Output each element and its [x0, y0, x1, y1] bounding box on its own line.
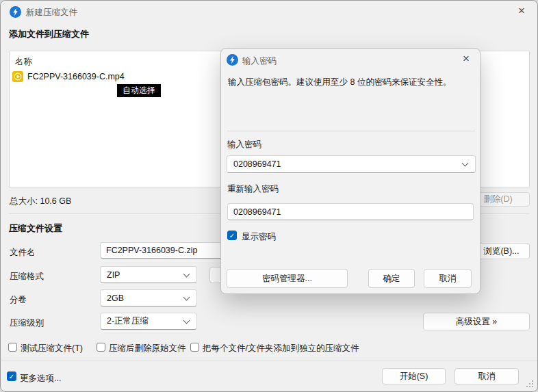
cancel-button[interactable]: 取消 [454, 368, 519, 384]
resize-grip[interactable] [526, 380, 534, 389]
password-dialog: 输入密码 × 输入压缩包密码。建议使用至少 8 位的密码来保证安全性。 输入密码… [220, 48, 481, 294]
advanced-settings-button[interactable]: 高级设置 » [423, 313, 530, 330]
close-icon[interactable]: × [454, 50, 478, 68]
chevron-down-icon [183, 270, 190, 277]
more-options-checkbox[interactable]: ✓ [7, 371, 16, 381]
chevron-down-icon [183, 293, 190, 300]
format-value: ZIP [107, 267, 120, 283]
password-value: 0208969471 [233, 156, 281, 172]
screen: 新建压缩文件 × 添加文件到压缩文件 名称 FC2PPV-3166039-C.m… [0, 0, 538, 392]
app-logo-icon [10, 6, 21, 18]
password-hint-text: 输入压缩包密码。建议使用至少 8 位的密码来保证安全性。 [228, 76, 473, 89]
volume-value: 2GB [107, 290, 124, 306]
close-icon[interactable]: × [507, 1, 536, 21]
archive-settings-section-title: 压缩文件设置 [9, 222, 62, 235]
level-label: 压缩级别 [10, 317, 44, 329]
more-options-label[interactable]: 更多选项... [20, 373, 61, 384]
separate-archives-label: 把每个文件/文件夹添加到独立的压缩文件 [203, 343, 359, 354]
chevron-down-icon [462, 160, 469, 167]
divider [1, 361, 538, 361]
delete-after-label: 压缩后删除原始文件 [109, 343, 186, 354]
separate-archives-checkbox[interactable] [190, 343, 199, 352]
volume-dropdown[interactable]: 2GB [100, 289, 197, 306]
password-label: 输入密码 [227, 139, 261, 151]
confirm-password-input[interactable] [227, 203, 474, 220]
password-combobox[interactable]: 0208969471 [227, 155, 476, 173]
file-name: FC2PPV-3166039-C.mp4 [27, 72, 125, 81]
level-dropdown[interactable]: 2-正常压缩 [100, 313, 197, 330]
volume-label: 分卷 [10, 294, 27, 306]
column-header-name[interactable]: 名称 [15, 56, 32, 68]
format-label: 压缩格式 [10, 271, 44, 283]
show-password-label[interactable]: 显示密码 [242, 231, 276, 243]
show-password-checkbox[interactable]: ✓ [227, 231, 237, 240]
dialog-cancel-button[interactable]: 取消 [424, 269, 472, 288]
format-dropdown[interactable]: ZIP [100, 266, 197, 283]
password-manager-button[interactable]: 密码管理器... [227, 269, 348, 288]
ok-button[interactable]: 确定 [368, 269, 415, 288]
start-button[interactable]: 开始(S) [382, 368, 446, 384]
window-titlebar: 新建压缩文件 × [1, 1, 537, 23]
video-file-icon [12, 71, 23, 82]
filename-label: 文件名 [10, 247, 36, 259]
chevron-down-icon [183, 317, 190, 324]
test-archive-checkbox[interactable] [8, 343, 17, 352]
browse-button[interactable]: 浏览(B)... [473, 243, 530, 259]
auto-select-tooltip: 自动选择 [117, 84, 161, 97]
delete-after-checkbox[interactable] [97, 343, 105, 352]
level-value: 2-正常压缩 [107, 313, 149, 329]
divider [227, 131, 475, 131]
confirm-password-label: 重新输入密码 [227, 183, 279, 195]
add-files-section-title: 添加文件到压缩文件 [9, 28, 89, 40]
test-archive-label: 测试压缩文件(T) [21, 343, 83, 354]
file-row[interactable]: FC2PPV-3166039-C.mp4 [12, 70, 125, 83]
total-size-text: 总大小: 10.6 GB [10, 196, 71, 207]
dialog-title: 输入密码 [242, 55, 277, 67]
app-logo-icon [227, 54, 238, 66]
window-title: 新建压缩文件 [26, 7, 77, 18]
